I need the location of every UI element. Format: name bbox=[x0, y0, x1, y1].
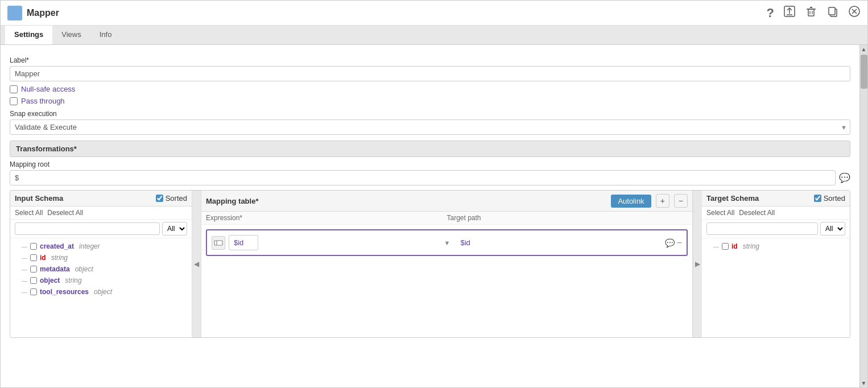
help-icon[interactable]: ? bbox=[767, 6, 774, 20]
target-filter-row: All bbox=[702, 220, 850, 238]
input-sorted-row: Sorted bbox=[156, 194, 187, 203]
input-item-tool-resources-type: object bbox=[94, 288, 112, 296]
pass-through-row: Pass through bbox=[10, 97, 850, 105]
export-icon[interactable] bbox=[783, 5, 796, 20]
tabs-bar: Settings Views Info bbox=[1, 26, 867, 45]
input-item-metadata-name: metadata bbox=[40, 265, 70, 273]
mapping-expr-select[interactable]: $id bbox=[229, 235, 258, 250]
delete-icon[interactable] bbox=[805, 5, 817, 20]
target-item-id: — id string bbox=[702, 241, 850, 252]
input-sorted-checkbox[interactable] bbox=[156, 195, 163, 202]
left-collapse-arrow[interactable]: ◀ bbox=[192, 191, 201, 337]
input-item-id-checkbox[interactable] bbox=[30, 254, 37, 261]
input-schema-col: Input Schema Sorted Select All Deselect … bbox=[10, 191, 192, 337]
input-filter-row: All bbox=[10, 220, 192, 238]
null-safe-checkbox[interactable] bbox=[10, 85, 18, 93]
label-input[interactable] bbox=[10, 66, 850, 81]
target-item-id-checkbox[interactable] bbox=[722, 243, 729, 250]
input-item-object-checkbox[interactable] bbox=[30, 277, 37, 284]
mapping-table-title: Mapping table* bbox=[206, 197, 606, 205]
mapping-row-icon[interactable] bbox=[212, 236, 225, 250]
input-item-metadata-type: object bbox=[75, 265, 93, 273]
input-item-created-at: — created_at integer bbox=[10, 241, 192, 252]
title-bar-actions: ? bbox=[767, 5, 861, 21]
mapping-row-remove-icon[interactable]: − bbox=[677, 238, 682, 248]
input-item-object-type: string bbox=[65, 276, 81, 284]
target-schema-col: Target Schema Sorted Select All Deselect… bbox=[702, 191, 850, 337]
right-collapse-arrow[interactable]: ▶ bbox=[693, 191, 702, 337]
input-item-tool-resources-name: tool_resources bbox=[40, 288, 89, 296]
target-item-id-name: id bbox=[731, 242, 738, 250]
pass-through-checkbox[interactable] bbox=[10, 97, 18, 105]
tab-info[interactable]: Info bbox=[90, 26, 121, 44]
tab-settings[interactable]: Settings bbox=[5, 26, 52, 44]
input-schema-controls: Select All Deselect All bbox=[10, 207, 192, 220]
svg-rect-13 bbox=[214, 241, 222, 245]
expr-dropdown-arrow: ▼ bbox=[444, 240, 450, 246]
copy-icon[interactable] bbox=[826, 5, 839, 20]
input-sorted-label: Sorted bbox=[166, 194, 187, 203]
remove-mapping-button[interactable]: − bbox=[674, 194, 688, 208]
input-schema-title: Input Schema bbox=[15, 194, 152, 203]
mapping-target-wrapper: 💬 − bbox=[457, 236, 683, 250]
snap-execution-label: Snap execution bbox=[10, 110, 850, 118]
input-item-object-name: object bbox=[40, 276, 60, 284]
target-filter-select[interactable]: All bbox=[820, 222, 845, 236]
input-item-tool-resources-checkbox[interactable] bbox=[30, 288, 37, 295]
mapping-expr-header: Expression* bbox=[206, 214, 447, 222]
input-deselect-all-btn[interactable]: Deselect All bbox=[47, 209, 83, 217]
svg-rect-9 bbox=[829, 7, 835, 15]
target-deselect-all-btn[interactable]: Deselect All bbox=[739, 209, 775, 217]
svg-rect-3 bbox=[808, 9, 814, 16]
mapping-root-comment-icon: 💬 bbox=[839, 172, 850, 183]
target-item-id-type: string bbox=[743, 242, 759, 250]
input-item-id: — id string bbox=[10, 252, 192, 263]
target-filter-input[interactable] bbox=[706, 222, 818, 235]
null-safe-label: Null-safe access bbox=[21, 85, 75, 93]
target-schema-title: Target Schema bbox=[706, 194, 811, 203]
mapping-table-header: Mapping table* Autolink + − bbox=[201, 191, 692, 212]
target-sorted-checkbox[interactable] bbox=[814, 195, 821, 202]
mapping-root-input[interactable] bbox=[10, 170, 836, 185]
mapping-root-row: 💬 bbox=[10, 170, 850, 185]
mapping-subheader: Expression* Target path bbox=[201, 212, 692, 225]
scrollbar-down[interactable]: ▼ bbox=[860, 379, 867, 387]
input-filter-input[interactable] bbox=[15, 222, 160, 235]
mapping-table-col: Mapping table* Autolink + − Expression* … bbox=[201, 191, 693, 337]
scrollbar-thumb[interactable] bbox=[861, 55, 867, 89]
input-item-metadata: — metadata object bbox=[10, 263, 192, 275]
input-item-created-at-type: integer bbox=[79, 242, 100, 250]
label-field-label: Label* bbox=[10, 56, 850, 64]
null-safe-row: Null-safe access bbox=[10, 85, 850, 93]
target-schema-controls: Select All Deselect All bbox=[702, 207, 850, 220]
title-bar: Mapper ? bbox=[1, 1, 867, 26]
mapping-root-label: Mapping root bbox=[10, 160, 850, 168]
close-icon[interactable] bbox=[848, 5, 861, 21]
scrollbar[interactable]: ▲ ▼ bbox=[859, 45, 867, 387]
input-item-created-at-name: created_at bbox=[40, 242, 74, 250]
add-mapping-button[interactable]: + bbox=[656, 194, 669, 208]
target-select-all-btn[interactable]: Select All bbox=[706, 209, 734, 217]
window-title: Mapper bbox=[27, 8, 767, 18]
mapping-row-0: $id ▼ 💬 − bbox=[206, 229, 688, 256]
input-filter-select[interactable]: All bbox=[162, 222, 187, 236]
tab-views[interactable]: Views bbox=[52, 26, 90, 44]
app-icon bbox=[7, 6, 22, 20]
autolink-button[interactable]: Autolink bbox=[611, 195, 651, 208]
settings-panel: Label* Null-safe access Pass through Sna… bbox=[1, 45, 859, 387]
input-schema-items: — created_at integer — id string — bbox=[10, 238, 192, 337]
input-item-created-at-checkbox[interactable] bbox=[30, 243, 37, 250]
scrollbar-up[interactable]: ▲ bbox=[860, 45, 867, 53]
pass-through-label: Pass through bbox=[21, 97, 65, 105]
snap-execution-select[interactable]: Validate & Execute Execute only Validate… bbox=[10, 119, 850, 135]
target-schema-items: — id string bbox=[702, 238, 850, 337]
input-select-all-btn[interactable]: Select All bbox=[15, 209, 43, 217]
three-col-layout: Input Schema Sorted Select All Deselect … bbox=[10, 190, 850, 338]
input-item-metadata-checkbox[interactable] bbox=[30, 266, 37, 273]
target-sorted-row: Sorted bbox=[814, 194, 845, 203]
input-schema-header: Input Schema Sorted bbox=[10, 191, 192, 207]
mapping-target-input[interactable] bbox=[457, 236, 663, 250]
input-item-id-type: string bbox=[51, 254, 68, 262]
mapping-comment-icon: 💬 bbox=[665, 238, 675, 247]
input-item-tool-resources: — tool_resources object bbox=[10, 286, 192, 298]
